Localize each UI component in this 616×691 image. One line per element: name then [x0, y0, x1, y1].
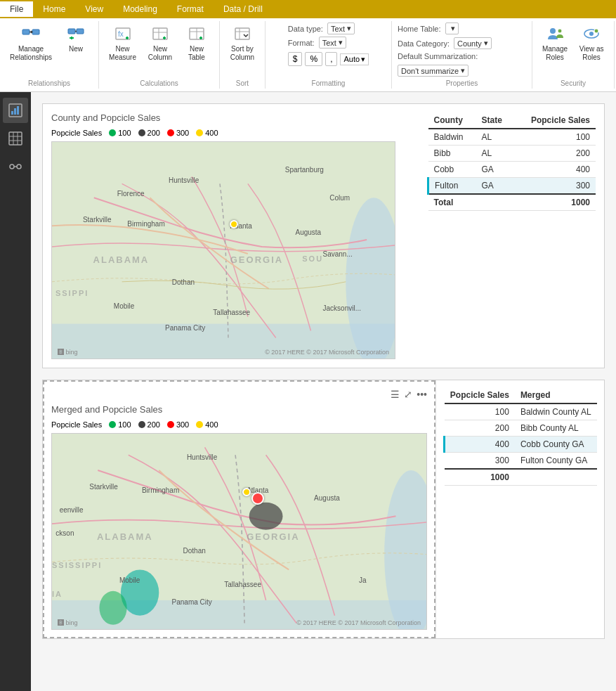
viz1-title: County and Popcicle Sales [51, 112, 416, 123]
sort-by-column-label: Sort byColumn [230, 45, 254, 62]
percent-button[interactable]: % [305, 52, 322, 66]
manage-relationships-button[interactable]: ManageRelationships [6, 21, 56, 65]
svg-rect-5 [77, 29, 84, 34]
datadrill-tab[interactable]: Data / Drill [214, 1, 273, 17]
viz2-city-tallahassee: Tallahassee [224, 581, 261, 588]
viz2-col-sales[interactable]: Popcicle Sales [445, 387, 515, 403]
view-as-roles-icon [582, 24, 601, 44]
table-row-selected[interactable]: Fulton GA 300 [428, 178, 596, 195]
table-row[interactable]: 100 Baldwin County AL [445, 403, 598, 420]
title-bar: File Home View Modeling Format Data / Dr… [0, 0, 616, 18]
comma-button[interactable]: , [325, 52, 337, 66]
viz1-col-sales[interactable]: Popcicle Sales [513, 112, 596, 129]
table-row[interactable]: Bibb AL 200 [428, 146, 596, 162]
viz1-legend-label: Popcicle Sales [51, 129, 102, 137]
ribbon: ManageRelationships New Rel [0, 18, 616, 92]
svg-point-57 [99, 591, 126, 625]
formatting-group-label: Formatting [312, 78, 346, 89]
viz2-city-mobile: Mobile [119, 576, 140, 584]
sidebar-relationships-icon[interactable] [3, 154, 28, 179]
svg-rect-40 [17, 106, 19, 115]
properties-group: Home Table: ▾ Data Category: County ▾ De… [392, 21, 532, 89]
svg-rect-38 [11, 111, 13, 115]
sort-group: Sort byColumn Sort [220, 21, 266, 89]
calculations-group: fx NewMeasure [99, 21, 220, 89]
viz1-map[interactable]: ALABAMA GEORGIA SSIPPI SOU Florence Hunt… [51, 141, 395, 359]
viz1-georgia-label: GEORGIA [230, 254, 283, 265]
viz2-city-augusta: Augusta [314, 494, 340, 502]
svg-point-27 [558, 29, 562, 33]
table-row-selected[interactable]: 400 Cobb County GA [445, 437, 598, 453]
sidebar-report-icon[interactable] [3, 98, 28, 123]
relationships-new-button[interactable]: New [59, 21, 93, 56]
viz2-dot-atlanta-yellow [242, 488, 251, 496]
table-row[interactable]: 300 Fulton County GA [445, 453, 598, 470]
viz1-city-starkville: Starkville [83, 216, 112, 224]
data-type-dropdown[interactable]: Text ▾ [327, 22, 355, 34]
viz2-city-jackson: ckson [55, 529, 74, 537]
file-tab[interactable]: File [0, 1, 33, 17]
security-group-label: Security [561, 78, 586, 89]
viz1-sou-label: SSIPPI [55, 289, 89, 297]
new-measure-label: NewMeasure [109, 45, 136, 62]
viz2-map[interactable]: ALABAMA GEORGIA SSISSIPPI IA Huntsville … [51, 433, 427, 630]
table-row[interactable]: 200 Bibb County AL [445, 420, 598, 437]
home-table-dropdown[interactable]: ▾ [445, 22, 459, 34]
svg-point-30 [594, 29, 598, 33]
new-measure-icon: fx [113, 24, 133, 44]
viz2-col-merged[interactable]: Merged [515, 387, 597, 403]
viz2-city-huntsville: Huntsville [187, 453, 217, 461]
viz2-more-icon[interactable]: ••• [417, 389, 427, 400]
viz2-panel: ☰ ⤢ ••• Merged and Popcicle Sales Popcic… [42, 380, 605, 639]
viz2-legend-item-100: 100 [109, 420, 131, 429]
new-table-label: NewTable [188, 45, 205, 62]
viz2-right: Popcicle Sales Merged 100 Baldwin County… [435, 380, 604, 638]
table-row[interactable]: Baldwin AL 100 [428, 129, 596, 146]
viz1-city-dothan: Dothan [172, 278, 195, 286]
view-tab[interactable]: View [75, 1, 113, 17]
home-table-label: Home Table: [398, 25, 441, 33]
viz2-city-starkville: Starkville [89, 483, 118, 491]
sort-by-column-icon [232, 24, 252, 44]
viz1-city-colum: Colum [329, 194, 350, 202]
viz1-col-state[interactable]: State [476, 112, 513, 129]
auto-format-dropdown[interactable]: Auto▾ [340, 53, 369, 65]
viz1-col-county[interactable]: County [428, 112, 476, 129]
main-content: County and Popcicle Sales Popcicle Sales… [31, 92, 616, 691]
data-category-label: Data Category: [398, 39, 450, 48]
modeling-tab[interactable]: Modeling [113, 1, 167, 17]
viz1-legend-item-100: 100 [109, 129, 131, 137]
table-row[interactable]: Cobb GA 400 [428, 162, 596, 178]
home-tab[interactable]: Home [33, 1, 75, 17]
sidebar-data-icon[interactable] [3, 126, 28, 151]
new-table-button[interactable]: NewTable [180, 21, 214, 65]
viz1-copyright: © 2017 HERE © 2017 Microsoft Corporation [265, 349, 389, 356]
viz2-expand-icon[interactable]: ⤢ [404, 389, 412, 400]
manage-roles-button[interactable]: ManageRoles [538, 21, 572, 65]
sort-by-column-button[interactable]: Sort byColumn [225, 21, 259, 65]
data-category-dropdown[interactable]: County ▾ [454, 37, 492, 49]
viz1-legend-item-400: 400 [196, 129, 218, 137]
manage-relationships-label: ManageRelationships [10, 45, 52, 62]
viz2-map-bg: ALABAMA GEORGIA SSISSIPPI IA Huntsville … [52, 434, 426, 629]
viz2-city-ja: Ja [359, 576, 367, 584]
viz1-sou2-label: SOU [302, 254, 323, 263]
default-summarization-dropdown[interactable]: Don't summarize ▾ [398, 65, 468, 77]
viz2-city-greenville: eenville [60, 506, 84, 514]
viz2-toolbar-icons: ☰ ⤢ ••• [391, 389, 427, 400]
viz2-menu-icon[interactable]: ☰ [391, 389, 400, 400]
viz2-city-birmingham: Birmingham [142, 486, 179, 494]
viz1-left: County and Popcicle Sales Popcicle Sales… [51, 112, 416, 359]
svg-rect-1 [32, 30, 39, 34]
new-column-button[interactable]: NewColumn [143, 21, 177, 65]
view-as-roles-button[interactable]: View asRoles [575, 21, 608, 65]
viz1-bing: 🅱 bing [58, 349, 78, 356]
new-measure-button[interactable]: fx NewMeasure [105, 21, 140, 65]
currency-button[interactable]: $ [288, 52, 303, 66]
viz1-city-savannah: Savann... [323, 250, 353, 258]
format-dropdown[interactable]: Text ▾ [319, 37, 346, 49]
calculations-group-label: Calculations [140, 78, 178, 89]
formatting-group: Data type: Text ▾ Format: Text ▾ $ % [266, 21, 392, 89]
security-group: ManageRoles View asRoles Security [532, 21, 615, 89]
format-tab[interactable]: Format [167, 1, 214, 17]
